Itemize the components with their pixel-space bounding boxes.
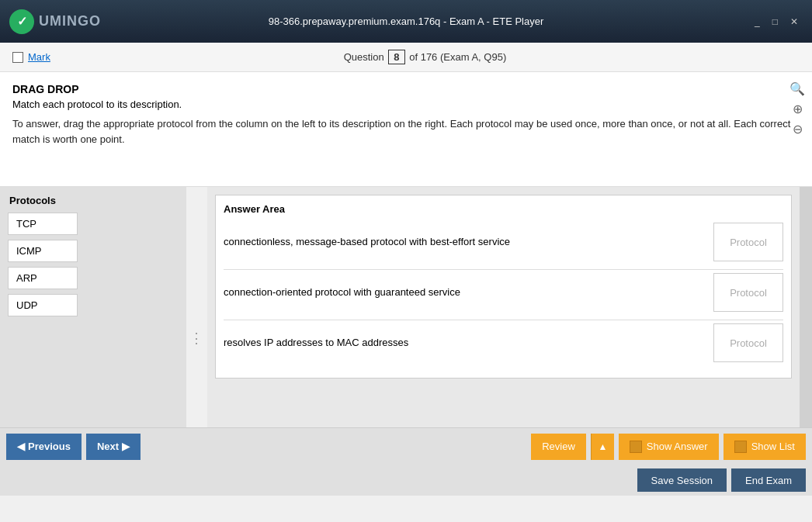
protocol-drop-box-2[interactable]: Protocol [713,273,783,312]
show-answer-label: Show Answer [647,441,708,452]
protocol-item-icmp[interactable]: ICMP [8,240,78,262]
scrollbar[interactable] [800,187,812,427]
title-bar: ✓ UMINGO 98-366.prepaway.premium.exam.17… [0,0,812,43]
save-session-label: Save Session [651,475,713,486]
drag-drop-subtitle: Match each protocol to its description. [12,99,800,110]
protocol-item-arp[interactable]: ARP [8,267,78,289]
maximize-button[interactable]: □ [768,15,783,29]
answer-row-1: connectionless, message-based protocol w… [224,223,783,261]
middle-section: Protocols TCP ICMP ARP UDP ⋮ Answer Area… [0,187,812,427]
previous-label: Previous [28,441,71,452]
minimize-button[interactable]: _ [750,15,765,29]
protocols-header: Protocols [8,195,179,206]
show-list-label: Show List [751,441,795,452]
end-exam-label: End Exam [745,475,792,486]
show-answer-button[interactable]: Show Answer [619,434,719,460]
logo-area: ✓ UMINGO [9,9,101,34]
zoom-out-icon[interactable]: ⊖ [789,120,806,137]
window-title: 98-366.prepaway.premium.exam.176q - Exam… [269,16,544,27]
review-dropdown-button[interactable]: ▲ [591,434,614,460]
mark-checkbox[interactable] [12,52,23,63]
answer-area-header: Answer Area [224,203,783,215]
caret-down-icon: ▲ [598,441,607,452]
question-number-display: Question 8 of 176 (Exam A, Q95) [344,50,507,64]
answer-row-3: resolves IP addresses to MAC addresses P… [224,323,783,362]
content-area: DRAG DROP Match each protocol to its des… [0,72,812,187]
search-icon[interactable]: 🔍 [789,80,806,97]
mark-label[interactable]: Mark [28,51,50,63]
bottom-action-bar: Save Session End Exam [0,465,812,496]
arrow-left-icon: ◀ [17,441,25,452]
next-label: Next [97,441,119,452]
show-list-toggle [734,441,747,453]
answer-row-2: connection-oriented protocol with guaran… [224,273,783,312]
protocol-drop-box-1[interactable]: Protocol [713,223,783,261]
protocol-item-udp[interactable]: UDP [8,294,78,316]
review-label: Review [542,441,575,452]
question-total: of 176 (Exam A, Q95) [409,51,506,63]
arrow-right-icon: ▶ [122,441,130,452]
save-session-button[interactable]: Save Session [637,468,727,492]
answer-area-container: Answer Area connectionless, message-base… [207,187,800,427]
protocol-drop-box-3[interactable]: Protocol [713,323,783,362]
question-label: Question [344,51,384,63]
logo-icon: ✓ [9,9,34,34]
show-answer-toggle [630,441,642,453]
end-exam-button[interactable]: End Exam [731,468,806,492]
instructions-text: To answer, drag the appropriate protocol… [12,116,800,147]
answer-description-1: connectionless, message-based protocol w… [224,235,706,249]
answer-divider-2 [224,320,783,320]
drag-drop-title: DRAG DROP [12,83,800,95]
answer-area: Answer Area connectionless, message-base… [215,195,792,379]
logo-text: UMINGO [39,13,101,29]
answer-description-3: resolves IP addresses to MAC addresses [224,336,706,350]
window-controls: _ □ ✕ [750,15,803,29]
protocol-item-tcp[interactable]: TCP [8,213,78,235]
zoom-in-icon[interactable]: ⊕ [789,100,806,117]
close-button[interactable]: ✕ [786,15,803,29]
question-number-box: 8 [388,50,404,64]
zoom-controls: 🔍 ⊕ ⊖ [789,80,806,137]
bottom-toolbar: ◀ Previous Next ▶ Review ▲ Show Answer S… [0,427,812,465]
review-button[interactable]: Review [531,434,586,460]
previous-button[interactable]: ◀ Previous [6,434,82,460]
show-list-button[interactable]: Show List [724,434,806,460]
divider-dots: ⋮ [186,187,207,427]
question-header: Mark Question 8 of 176 (Exam A, Q95) [0,43,812,72]
left-panel: Protocols TCP ICMP ARP UDP [0,187,186,427]
answer-description-2: connection-oriented protocol with guaran… [224,285,706,299]
next-button[interactable]: Next ▶ [86,434,141,460]
answer-divider-1 [224,269,783,270]
mark-area: Mark [12,51,50,63]
